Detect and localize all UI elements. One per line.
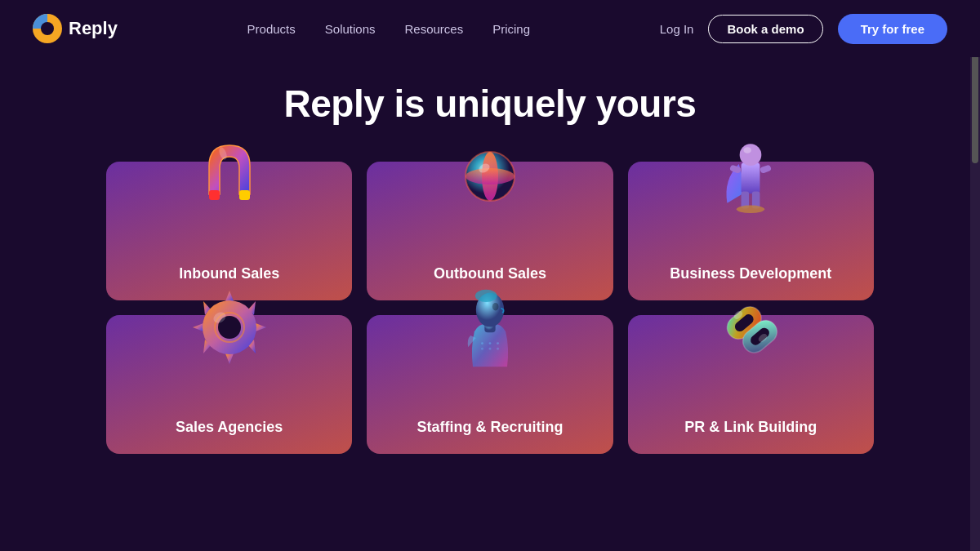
svg-point-9 <box>477 162 491 175</box>
card-label-staffing: Staffing & Recruiting <box>416 419 563 436</box>
navbar: Reply Products Solutions Resources Prici… <box>0 0 980 57</box>
svg-point-20 <box>215 313 244 342</box>
svg-point-19 <box>218 316 241 339</box>
card-label-agencies: Sales Agencies <box>176 419 283 436</box>
card-pr-link[interactable]: PR & Link Building <box>628 315 874 454</box>
svg-point-27 <box>489 342 492 344</box>
hero-title: Reply is uniquely yours <box>16 82 964 126</box>
card-inbound-sales[interactable]: Inbound Sales <box>106 162 352 300</box>
card-staffing[interactable]: Staffing & Recruiting <box>367 315 612 454</box>
svg-point-12 <box>744 147 752 153</box>
card-label-inbound: Inbound Sales <box>179 265 279 282</box>
svg-rect-2 <box>209 190 220 200</box>
book-demo-button[interactable]: Book a demo <box>708 15 822 43</box>
svg-rect-15 <box>729 164 742 174</box>
outbound-sales-illustration <box>445 129 535 219</box>
svg-point-21 <box>212 310 228 325</box>
try-free-button[interactable]: Try for free <box>838 14 947 44</box>
svg-rect-16 <box>760 164 772 174</box>
nav-solutions[interactable]: Solutions <box>325 22 376 36</box>
nav-resources[interactable]: Resources <box>405 22 464 36</box>
nav-links: Products Solutions Resources Pricing <box>247 22 530 36</box>
svg-point-28 <box>497 342 499 344</box>
svg-point-18 <box>203 300 256 354</box>
svg-rect-33 <box>733 312 755 333</box>
svg-point-30 <box>489 347 492 349</box>
card-sales-agencies[interactable]: Sales Agencies <box>106 315 352 454</box>
svg-rect-10 <box>742 162 760 193</box>
svg-point-5 <box>466 152 514 201</box>
login-link[interactable]: Log In <box>660 22 694 36</box>
svg-point-26 <box>481 342 483 344</box>
card-label-outbound: Outbound Sales <box>434 265 546 282</box>
card-label-pr: PR & Link Building <box>684 419 817 436</box>
svg-rect-13 <box>742 191 750 208</box>
svg-point-37 <box>757 332 768 344</box>
svg-point-6 <box>482 152 498 201</box>
svg-point-36 <box>733 309 744 321</box>
logo-icon <box>33 14 62 43</box>
inbound-sales-illustration <box>185 129 274 219</box>
svg-point-29 <box>481 347 483 349</box>
cards-grid: Inbound Sales <box>0 142 980 454</box>
logo-text: Reply <box>69 18 118 39</box>
svg-rect-3 <box>239 190 250 200</box>
svg-point-7 <box>466 168 514 184</box>
svg-point-1 <box>41 22 54 35</box>
svg-point-24 <box>492 302 499 310</box>
nav-products[interactable]: Products <box>247 22 296 36</box>
svg-point-8 <box>466 152 514 201</box>
svg-point-11 <box>740 144 762 166</box>
hero-section: Reply is uniquely yours <box>0 57 980 142</box>
card-outbound-sales[interactable]: Outbound Sales <box>367 162 612 300</box>
card-label-bizdev: Business Development <box>670 265 831 282</box>
svg-point-17 <box>737 206 764 214</box>
svg-rect-35 <box>749 326 772 347</box>
nav-right: Log In Book a demo Try for free <box>660 14 947 44</box>
svg-rect-34 <box>738 315 782 357</box>
svg-point-31 <box>497 347 499 349</box>
svg-rect-14 <box>752 191 760 208</box>
logo[interactable]: Reply <box>33 14 118 43</box>
card-business-dev[interactable]: Business Development <box>628 162 874 300</box>
scrollbar-track[interactable] <box>970 0 980 551</box>
svg-rect-32 <box>722 302 765 344</box>
svg-rect-22 <box>484 319 495 331</box>
svg-point-4 <box>217 146 228 161</box>
business-dev-illustration <box>706 129 795 219</box>
nav-pricing[interactable]: Pricing <box>492 22 530 36</box>
